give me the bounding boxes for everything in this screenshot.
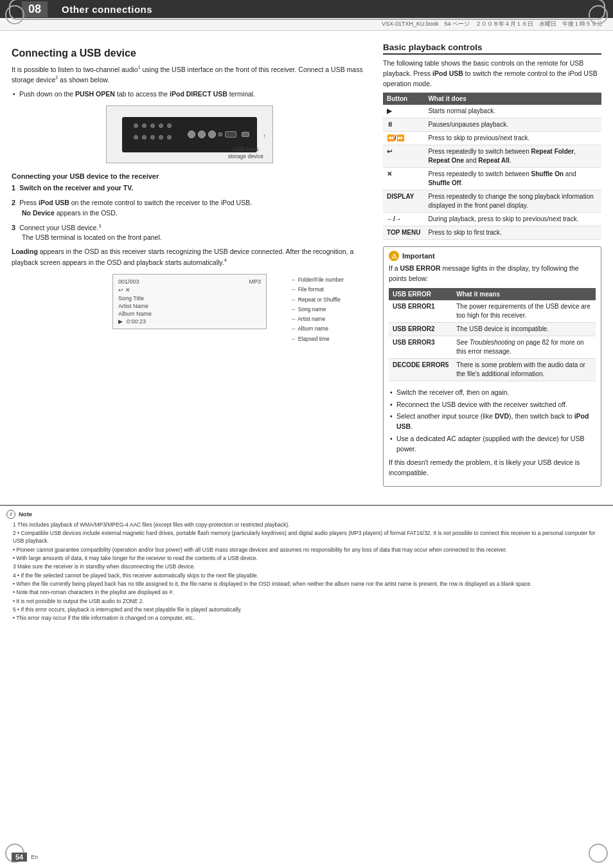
usb-port-rect <box>225 131 236 138</box>
screen-repeat-row: ↩ ✕ <box>118 287 261 293</box>
section-title-usb: Connecting a USB device <box>12 48 368 59</box>
dot <box>134 135 138 140</box>
screen-album-row: Album Name <box>118 311 261 317</box>
table-row-desc: Starts normal playback. <box>424 105 601 118</box>
label-elapsed: ← Elapsed time <box>291 334 344 344</box>
error-row-desc: The USB device is incompatible. <box>452 322 596 336</box>
main-content: Connecting a USB device It is possible t… <box>0 31 613 500</box>
step2-text: Press iPod USB on the remote control to … <box>19 199 252 206</box>
remedy-bullet: Switch the receiver off, then on again. <box>396 388 596 398</box>
error-row: USB ERROR2 <box>389 322 452 336</box>
receiver-illustration: USB massstorage device ↑ <box>103 105 276 163</box>
label-song: ← Song name <box>291 305 344 314</box>
remedy-bullet: Select another input source (like DVD), … <box>396 411 596 432</box>
error-row-desc: The power requirements of the USB device… <box>452 300 596 323</box>
table-row-desc: Press repeatedly to switch between Repea… <box>424 145 601 168</box>
page-footer: 54 En <box>12 853 38 862</box>
basic-playback-intro: The following table shows the basic cont… <box>383 59 601 89</box>
dot <box>150 123 155 128</box>
error-table-header-desc: What it means <box>452 288 596 300</box>
note-item: • With large amounts of data, it may tak… <box>6 554 607 562</box>
chapter-box: 08 Other connections <box>9 0 605 20</box>
label-file: ← File format <box>291 285 344 294</box>
label-repeat: ← Repeat or Shuffle <box>291 295 344 305</box>
receiver-diagram: USB massstorage device <box>106 105 273 163</box>
error-table: USB ERROR What it means USB ERROR1The po… <box>389 288 596 381</box>
note-item: • When the file currently being played b… <box>6 580 607 588</box>
table-row-desc: During playback, press to skip to previo… <box>424 213 601 226</box>
file-info-bar: VSX-01TXH_KU.book 54 ページ ２００８年４月１６日 水曜日 … <box>0 18 613 31</box>
dot <box>159 123 163 128</box>
remedy-bullet: Reconnect the USB device with the receiv… <box>396 400 596 410</box>
corner-decoration-tl <box>5 5 24 24</box>
usb-port-group <box>188 131 249 138</box>
table-row: TOP MENU <box>383 226 424 240</box>
left-column: Connecting a USB device It is possible t… <box>12 42 368 493</box>
error-table-header-code: USB ERROR <box>389 288 452 300</box>
step-2: 2 Press iPod USB on the remote control t… <box>12 197 368 219</box>
final-text: If this doesn't remedy the problem, it i… <box>389 458 596 478</box>
right-column: Basic playback controls The following ta… <box>383 42 601 493</box>
header-bar: 08 Other connections <box>0 0 613 18</box>
table-row: ⏸ <box>383 118 424 132</box>
table-row-desc: Press repeatedly to switch between Shuff… <box>424 168 601 190</box>
label-artist: ← Artist name <box>291 314 344 324</box>
dot <box>167 135 172 140</box>
intro-text1: It is possible to listen to two-channel … <box>12 66 138 73</box>
dots-bottom <box>134 135 172 140</box>
basic-playback-heading: Basic playback controls <box>383 42 601 55</box>
note-item: 4 • If the file selected cannot be playe… <box>6 572 607 579</box>
note-item: • It is not possible to output the USB a… <box>6 597 607 605</box>
note-item: 2 • Compatible USB devices include exter… <box>6 529 607 545</box>
step-1: 1 Switch on the receiver and your TV. <box>12 183 368 194</box>
table-row: ▶ <box>383 105 424 118</box>
usb-port-circle2 <box>198 131 206 138</box>
usb-device-label: USB massstorage device <box>228 146 263 160</box>
note-item: 3 Make sure the receiver is in standby w… <box>6 563 607 570</box>
important-box: ⚠ Important If a USB ERROR message light… <box>383 246 601 487</box>
label-folder: ← Folder/File number <box>291 275 344 285</box>
remedies-list: Switch the receiver off, then on again.R… <box>389 388 596 455</box>
playback-table-header-button: Button <box>383 93 424 105</box>
screen-artist-row: Artist Name <box>118 303 261 309</box>
step3-desc: The USB terminal is located on the front… <box>22 233 162 241</box>
chapter-title: Other connections <box>62 4 152 15</box>
dot <box>142 123 147 128</box>
playback-table-header-desc: What it does <box>424 93 601 105</box>
warning-icon: ⚠ <box>389 251 399 261</box>
screen-bottom-row: ▶ 0:00:23 <box>118 318 261 325</box>
note-icon: i <box>6 510 15 519</box>
bullet-push-open: Push down on the PUSH OPEN tab to access… <box>19 89 368 100</box>
usb-arrow: ↑ <box>263 132 266 140</box>
chapter-number: 08 <box>22 1 48 17</box>
note-item: • Pioneer cannot guarantee compatibility… <box>6 546 607 554</box>
dot <box>159 135 163 140</box>
dot <box>134 123 138 128</box>
subheading-connect: Connecting your USB device to the receiv… <box>12 172 368 180</box>
step-3: 3 Connect your USB device.3 The USB term… <box>12 222 368 244</box>
table-row: DISPLAY <box>383 190 424 213</box>
screen-song-row: Song Title <box>118 295 261 302</box>
dot <box>142 135 147 140</box>
usb-port-sq <box>218 132 222 136</box>
note-items: 1 This includes playback of WMA/MP3/MPEG… <box>6 521 607 622</box>
lang-label: En <box>31 854 38 860</box>
error-row: USB ERROR3 <box>389 336 452 358</box>
table-row-desc: Press to skip to first track. <box>424 226 601 240</box>
dots-top <box>134 123 172 128</box>
playback-screen: 001/003 MP3 ↩ ✕ Song Title Artist Name A… <box>112 274 267 329</box>
playback-labels: ← Folder/File number ← File format ← Rep… <box>291 275 344 344</box>
dot <box>150 135 155 140</box>
corner-decoration-br <box>589 844 608 863</box>
table-row-desc: Pauses/unpauses playback. <box>424 118 601 132</box>
screen-top-row: 001/003 MP3 <box>118 278 261 285</box>
error-row-desc: There is some problem with the audio dat… <box>452 358 596 381</box>
note-item: 5 • If this error occurs, playback is in… <box>6 606 607 613</box>
table-row: ⏪/⏩ <box>383 132 424 145</box>
corner-decoration-tr <box>589 5 608 24</box>
label-album: ← Album name <box>291 324 344 334</box>
usb-drive <box>242 132 249 137</box>
usb-port-circle <box>188 131 195 138</box>
playback-screen-container: 001/003 MP3 ↩ ✕ Song Title Artist Name A… <box>109 274 270 329</box>
note-item: 1 This includes playback of WMA/MP3/MPEG… <box>6 521 607 529</box>
